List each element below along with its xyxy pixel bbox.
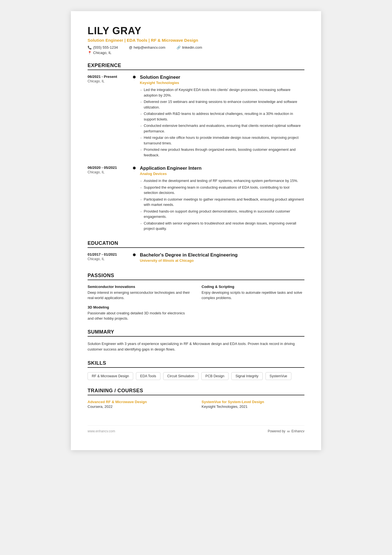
passion-title-2: Coding & Scripting <box>202 285 304 289</box>
exp-bullet-2-5: Collaborated with senior engineers to tr… <box>140 221 304 231</box>
brand-name: Enhancv <box>291 429 304 433</box>
exp-bullets-2: Assisted in the development and testing … <box>140 178 304 231</box>
training-grid: Advanced RF & Microwave Design Coursera,… <box>88 400 304 409</box>
passion-item-3: 3D Modeling Passionate about creating de… <box>88 305 190 321</box>
experience-item-1: 06/2021 - Present Chicago, IL Solution E… <box>88 75 304 159</box>
email-address: help@enhancv.com <box>134 45 165 50</box>
experience-section: EXPERIENCE 06/2021 - Present Chicago, IL… <box>88 63 304 233</box>
edu-degree-1: Bachelor's Degree in Electrical Engineer… <box>140 252 304 258</box>
exp-bullet-1-4: Conducted extensive benchmarks and evalu… <box>140 123 304 134</box>
edu-middle-1 <box>132 252 137 265</box>
enhancv-logo-icon: ∞ <box>287 429 290 433</box>
skill-tag-6: SystemVue <box>266 372 291 380</box>
exp-bullet-2-1: Assisted in the development and testing … <box>140 178 304 184</box>
training-source-1: Coursera, 2022 <box>88 404 190 409</box>
location-icon: 📍 <box>88 51 92 55</box>
location-contact: 📍 Chicago, IL <box>88 51 304 55</box>
powered-by-text: Powered by <box>268 429 285 433</box>
email-contact: @ help@enhancv.com <box>129 45 165 50</box>
passion-item-2: Coding & Scripting Enjoy developing scri… <box>202 285 304 301</box>
exp-bullet-1-1: Led the integration of Keysight EDA tool… <box>140 87 304 98</box>
edu-left-1: 01/2017 - 01/2021 Chicago, IL <box>88 252 132 265</box>
passion-desc-2: Enjoy developing scripts to automate rep… <box>202 290 304 301</box>
exp-dot-2 <box>133 167 136 169</box>
exp-dot-1 <box>133 76 136 78</box>
training-item-1: Advanced RF & Microwave Design Coursera,… <box>88 400 190 409</box>
summary-section: SUMMARY Solution Engineer with 3 years o… <box>88 329 304 353</box>
edu-date-1: 01/2017 - 01/2021 <box>88 252 132 256</box>
edu-right-1: Bachelor's Degree in Electrical Engineer… <box>137 252 304 265</box>
education-title: EDUCATION <box>88 240 304 248</box>
edu-location-1: Chicago, IL <box>88 257 132 261</box>
exp-date-1: 06/2021 - Present <box>88 75 132 79</box>
skill-tag-2: EDA Tools <box>136 372 160 380</box>
skills-section: SKILLS RF & Microwave Design EDA Tools C… <box>88 360 304 380</box>
skills-title: SKILLS <box>88 360 304 368</box>
exp-role-2: Application Engineer Intern <box>140 166 304 171</box>
phone-icon: 📞 <box>88 46 92 50</box>
exp-bullet-1-2: Delivered over 15 webinars and training … <box>140 99 304 110</box>
footer: www.enhancv.com Powered by ∞ Enhancv <box>88 425 304 433</box>
link-icon: 🔗 <box>177 46 181 50</box>
passion-desc-3: Passionate about creating detailed 3D mo… <box>88 310 190 321</box>
training-item-2: SystemVue for System-Level Design Keysig… <box>202 400 304 409</box>
exp-left-2: 06/2020 - 05/2021 Chicago, IL <box>88 166 132 233</box>
exp-bullet-2-2: Supported the engineering team in conduc… <box>140 185 304 196</box>
skills-list: RF & Microwave Design EDA Tools Circuit … <box>88 372 304 380</box>
training-title: TRAINING / COURSES <box>88 388 304 395</box>
passion-title-3: 3D Modeling <box>88 305 190 309</box>
exp-middle-1 <box>132 75 137 159</box>
footer-brand: Powered by ∞ Enhancv <box>268 429 304 433</box>
education-item-1: 01/2017 - 01/2021 Chicago, IL Bachelor's… <box>88 252 304 265</box>
passion-title-1: Semiconductor Innovations <box>88 285 190 289</box>
candidate-name: LILY GRAY <box>88 25 304 37</box>
summary-title: SUMMARY <box>88 329 304 337</box>
exp-location-2: Chicago, IL <box>88 170 132 174</box>
phone-number: (555) 555-1234 <box>93 45 118 50</box>
exp-bullet-2-3: Participated in customer meetings to gat… <box>140 197 304 208</box>
header-contacts: 📞 (555) 555-1234 @ help@enhancv.com 🔗 li… <box>88 45 304 50</box>
experience-title: EXPERIENCE <box>88 63 304 70</box>
passion-item-1: Semiconductor Innovations Deep interest … <box>88 285 190 301</box>
footer-website: www.enhancv.com <box>88 429 115 433</box>
passions-title: PASSIONS <box>88 273 304 280</box>
exp-bullet-2-4: Provided hands-on support during product… <box>140 209 304 219</box>
edu-school-1: University of Illinois at Chicago <box>140 258 304 263</box>
passion-desc-1: Deep interest in emerging semiconductor … <box>88 290 190 301</box>
exp-bullet-1-5: Held regular on-site office hours to pro… <box>140 135 304 146</box>
exp-left-1: 06/2021 - Present Chicago, IL <box>88 75 132 159</box>
experience-item-2: 06/2020 - 05/2021 Chicago, IL Applicatio… <box>88 166 304 233</box>
training-course-2: SystemVue for System-Level Design <box>202 400 304 404</box>
education-section: EDUCATION 01/2017 - 01/2021 Chicago, IL … <box>88 240 304 265</box>
phone-contact: 📞 (555) 555-1234 <box>88 45 118 50</box>
exp-location-1: Chicago, IL <box>88 79 132 83</box>
exp-bullet-1-3: Collaborated with R&D teams to address t… <box>140 111 304 122</box>
exp-role-1: Solution Engineer <box>140 75 304 80</box>
passions-section: PASSIONS Semiconductor Innovations Deep … <box>88 273 304 321</box>
summary-text: Solution Engineer with 3 years of experi… <box>88 341 304 353</box>
resume-page: LILY GRAY Solution Engineer | EDA Tools … <box>71 11 321 450</box>
exp-right-1: Solution Engineer Keysight Technologies … <box>137 75 304 159</box>
edu-dot-1 <box>133 253 136 256</box>
exp-bullet-1-6: Promoted new product features through or… <box>140 147 304 158</box>
linkedin-url: linkedin.com <box>182 45 202 50</box>
training-course-1: Advanced RF & Microwave Design <box>88 400 190 404</box>
skill-tag-5: Signal Integrity <box>231 372 263 380</box>
training-source-2: Keysight Technologies, 2021 <box>202 404 304 409</box>
email-icon: @ <box>129 46 132 50</box>
linkedin-contact: 🔗 linkedin.com <box>177 45 202 50</box>
candidate-title: Solution Engineer | EDA Tools | RF & Mic… <box>88 38 304 43</box>
exp-middle-2 <box>132 166 137 233</box>
skill-tag-3: Circuit Simulation <box>163 372 199 380</box>
skill-tag-4: PCB Design <box>201 372 229 380</box>
header: LILY GRAY Solution Engineer | EDA Tools … <box>88 25 304 55</box>
training-section: TRAINING / COURSES Advanced RF & Microwa… <box>88 388 304 409</box>
exp-right-2: Application Engineer Intern Analog Devic… <box>137 166 304 233</box>
exp-bullets-1: Led the integration of Keysight EDA tool… <box>140 87 304 158</box>
exp-company-2: Analog Devices <box>140 172 304 176</box>
location-text: Chicago, IL <box>93 51 111 55</box>
passions-grid: Semiconductor Innovations Deep interest … <box>88 285 304 321</box>
skill-tag-1: RF & Microwave Design <box>88 372 133 380</box>
exp-date-2: 06/2020 - 05/2021 <box>88 166 132 170</box>
exp-company-1: Keysight Technologies <box>140 81 304 85</box>
